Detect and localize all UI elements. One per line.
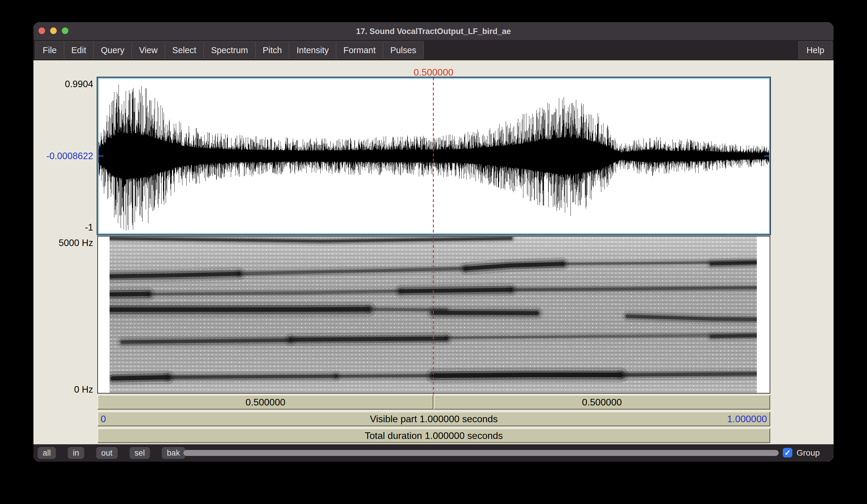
midline-tick-right <box>764 156 769 157</box>
waveform-canvas[interactable] <box>98 78 769 234</box>
title-bar: 17. Sound VocalTractOutput_LF_bird_ae <box>33 22 834 40</box>
waveform-ymax-label: 0.9904 <box>33 79 93 89</box>
menu-items: FileEditQueryViewSelectSpectrumPitchInte… <box>35 42 424 59</box>
spectrogram-ymin-label: 0 Hz <box>33 384 93 395</box>
total-duration-bar[interactable]: Total duration 1.000000 seconds <box>97 428 770 443</box>
visible-end-value: 1.000000 <box>727 412 767 426</box>
screenshot-root: 17. Sound VocalTractOutput_LF_bird_ae Fi… <box>0 0 867 504</box>
out-zoom-button[interactable]: out <box>96 447 118 459</box>
group-checkbox[interactable]: ✓ <box>783 448 792 458</box>
waveform-cursor-value-label: -0.0008622 <box>33 151 93 162</box>
menu-item-formant[interactable]: Formant <box>336 42 383 59</box>
horizontal-scrollbar[interactable] <box>183 450 779 456</box>
menu-item-select[interactable]: Select <box>165 42 204 59</box>
menu-item-view[interactable]: View <box>132 42 165 59</box>
menu-item-query[interactable]: Query <box>94 42 132 59</box>
praat-sound-editor-window: 17. Sound VocalTractOutput_LF_bird_ae Fi… <box>33 22 834 462</box>
midline-tick-left <box>98 156 103 157</box>
selection-right-bar[interactable]: 0.500000 <box>434 395 770 410</box>
menu-item-edit[interactable]: Edit <box>64 42 94 59</box>
visible-part-bar[interactable]: 0 Visible part 1.000000 seconds 1.000000 <box>97 411 770 426</box>
selection-right-duration: 0.500000 <box>582 397 622 408</box>
selection-time-row: 0.500000 0.500000 <box>97 395 770 410</box>
cursor-line[interactable] <box>433 77 434 395</box>
spectrogram-ymax-label: 5000 Hz <box>33 238 93 248</box>
selection-left-bar[interactable]: 0.500000 <box>97 395 434 410</box>
waveform-ymin-label: -1 <box>33 222 93 233</box>
menu-item-help[interactable]: Help <box>798 42 832 59</box>
in-zoom-button[interactable]: in <box>68 447 84 459</box>
window-title: 17. Sound VocalTractOutput_LF_bird_ae <box>33 22 834 40</box>
bottom-control-bar: allinoutselbak ✓ Group <box>33 444 834 462</box>
sel-zoom-button[interactable]: sel <box>130 447 150 459</box>
cursor-time-label: 0.500000 <box>414 67 453 78</box>
visible-part-label: Visible part 1.000000 seconds <box>98 412 769 426</box>
menu-item-pulses[interactable]: Pulses <box>383 42 424 59</box>
selection-left-duration: 0.500000 <box>245 397 285 408</box>
menu-item-spectrum[interactable]: Spectrum <box>204 42 256 59</box>
menu-item-pitch[interactable]: Pitch <box>255 42 289 59</box>
bak-zoom-button[interactable]: bak <box>162 447 185 459</box>
waveform-panel[interactable] <box>97 77 770 235</box>
menu-bar: FileEditQueryViewSelectSpectrumPitchInte… <box>33 40 834 60</box>
menu-item-intensity[interactable]: Intensity <box>289 42 336 59</box>
menu-item-file[interactable]: File <box>35 42 64 59</box>
editor-content: 0.500000 0.9904 -0.0008622 -1 5000 Hz 0 … <box>33 60 834 444</box>
zoom-buttons: allinoutselbak <box>38 447 185 459</box>
group-checkbox-label: Group <box>796 444 820 462</box>
all-zoom-button[interactable]: all <box>38 447 56 459</box>
spectrogram-panel[interactable] <box>97 236 770 394</box>
total-duration-label: Total duration 1.000000 seconds <box>98 429 769 442</box>
